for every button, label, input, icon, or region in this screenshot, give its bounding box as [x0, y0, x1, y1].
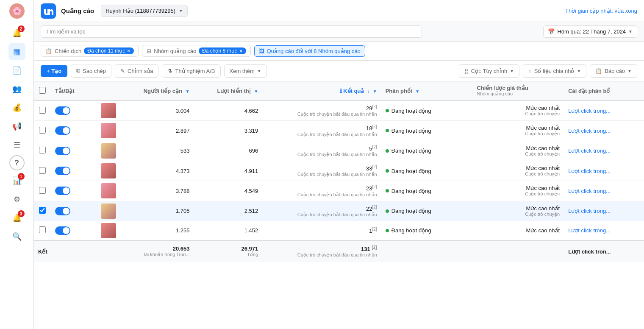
footer-alloc-cell: Lượt click tron... — [564, 240, 644, 262]
row-allocation: Lượt click trong... — [564, 161, 644, 181]
megaphone-icon: 📢 — [12, 122, 22, 131]
update-time: Thời gian cập nhật: vừa xong — [565, 8, 637, 14]
header-reach[interactable]: Người tiếp cận ▼ — [120, 81, 194, 100]
header-distribution[interactable]: Phân phối ▼ — [381, 81, 473, 100]
create-button[interactable]: + Tạo — [41, 65, 67, 77]
row-thumb-cell — [97, 141, 120, 161]
row-checkbox[interactable] — [39, 127, 46, 134]
row-impressions: 2.512 — [194, 201, 262, 221]
header-on-off: Tắt/Bật — [51, 81, 97, 100]
sidebar-item-report[interactable]: 📊 1 — [8, 172, 25, 189]
report-button[interactable]: 📋 Báo cáo ▼ — [590, 64, 637, 78]
row-checkbox[interactable] — [39, 167, 46, 174]
row-impressions: 1.452 — [194, 221, 262, 240]
settings-icon: ⚙ — [14, 195, 20, 204]
row-checkbox[interactable] — [39, 147, 46, 153]
header-checkbox-cell — [34, 81, 51, 100]
account-selector[interactable]: Huỳnh Hảo (118877739295) ▼ — [101, 5, 188, 17]
row-toggle[interactable] — [55, 167, 70, 175]
breakdown-button[interactable]: ≡ Số liệu chia nhỏ ▼ — [523, 64, 586, 78]
notifications-badge: 2 — [18, 25, 25, 32]
row-toggle[interactable] — [55, 187, 70, 195]
table-row: 4.373 4.911 33[2] Cuộc trò chuyện bắt đầ… — [34, 161, 644, 181]
select-all-checkbox[interactable] — [39, 87, 46, 94]
people-icon: 👥 — [12, 84, 22, 94]
sidebar-item-alerts[interactable]: 🔔 3 — [8, 209, 25, 226]
edit-button[interactable]: ✎ Chỉnh sửa — [115, 64, 158, 78]
row-checkbox-cell — [34, 141, 51, 161]
row-checkbox[interactable] — [39, 187, 46, 194]
row-toggle[interactable] — [55, 106, 70, 115]
row-results: 33[2] Cuộc trò chuyện bắt đầu qua tin nh… — [262, 161, 381, 181]
ab-test-button[interactable]: ⚗ Thử nghiệm A/B — [162, 64, 220, 78]
date-selector[interactable]: 📅 Hôm qua: 22 Tháng 7, 2024 ▼ — [543, 25, 637, 38]
table-row: 1.255 1.452 1[2] Đang hoạt động — [34, 221, 644, 240]
sidebar-item-money[interactable]: 💰 — [8, 99, 25, 116]
header-results[interactable]: ℹ Kết quả ↓ ▼ — [262, 81, 381, 100]
header-impressions[interactable]: Lượt hiển thị ▼ — [194, 81, 262, 100]
copy-button[interactable]: ⧉ Sao chép — [71, 64, 111, 78]
row-checkbox-cell — [34, 201, 51, 221]
row-reach: 4.373 — [120, 161, 194, 181]
row-results: 5[2] Cuộc trò chuyện bắt đầu qua tin nhắ… — [262, 141, 381, 161]
tab-chien-dich[interactable]: 📋 Chiến dịch Đã chọn 11 mục ✕ — [41, 45, 139, 57]
sidebar-item-pages[interactable]: 📄 — [8, 62, 25, 79]
columns-icon: ⣿ — [464, 68, 469, 74]
row-checkbox[interactable] — [39, 207, 46, 214]
tab-chien-dich-label: Chiến dịch — [55, 48, 81, 54]
sidebar-item-people[interactable]: 👥 — [8, 81, 25, 98]
row-toggle[interactable] — [55, 207, 70, 215]
row-bid-strategy: Mức cao nhất Cuộc trò chuyện — [472, 161, 564, 181]
row-bid-strategy: Mức cao nhất Cuộc trò chuyện — [472, 201, 564, 221]
tab-chien-dich-icon: 📋 — [45, 48, 52, 54]
more-button[interactable]: Xem thêm ▼ — [224, 64, 267, 78]
tab-chien-dich-close[interactable]: ✕ — [127, 48, 130, 54]
tab-nhom-quang-cao[interactable]: ⊞ Nhóm quảng cáo Đã chọn 8 mục ✕ — [142, 45, 250, 57]
sidebar-item-notifications[interactable]: 🔔 2 — [8, 25, 25, 42]
row-reach: 1.255 — [120, 221, 194, 240]
tab-nhom-close[interactable]: ✕ — [239, 48, 243, 54]
row-reach: 3.788 — [120, 181, 194, 201]
row-checkbox-cell — [34, 100, 51, 121]
row-thumb-cell — [97, 100, 120, 121]
row-distribution: Đang hoạt động — [381, 181, 473, 201]
table-row: 3.788 4.549 23[2] Cuộc trò chuyện bắt đầ… — [34, 181, 644, 201]
row-toggle[interactable] — [55, 147, 70, 155]
tab-quang-cao[interactable]: 🖼 Quảng cáo đối với 8 Nhóm quảng cáo — [254, 45, 365, 57]
row-toggle[interactable] — [55, 126, 70, 135]
row-toggle[interactable] — [55, 226, 70, 235]
footer-impressions-cell: 26.971 Tổng — [194, 240, 262, 262]
row-checkbox-cell — [34, 161, 51, 181]
row-distribution: Đang hoạt động — [381, 161, 473, 181]
tab-nhom-icon: ⊞ — [147, 48, 151, 54]
chevron-down-icon: ▼ — [628, 29, 633, 34]
tab-nhom-label: Nhóm quảng cáo — [154, 48, 196, 54]
search-input[interactable] — [41, 25, 422, 38]
row-thumb-cell — [97, 121, 120, 141]
distribution-sort-icon: ▼ — [415, 89, 419, 94]
columns-button[interactable]: ⣿ Cột: Tùy chỉnh ▼ — [459, 64, 519, 78]
sidebar-item-megaphone[interactable]: 📢 — [8, 118, 25, 135]
row-results: 1[2] — [262, 221, 381, 240]
sidebar-item-settings[interactable]: ⚙ — [8, 191, 25, 208]
row-checkbox[interactable] — [39, 107, 46, 114]
sidebar-item-list[interactable]: ☰ — [8, 137, 25, 153]
pages-icon: 📄 — [12, 66, 22, 75]
sidebar-item-grid[interactable]: ▦ — [8, 43, 25, 60]
row-distribution: Đang hoạt động — [381, 221, 473, 240]
sidebar-item-help[interactable]: ? — [9, 155, 25, 170]
row-checkbox[interactable] — [39, 226, 46, 233]
sidebar-item-search[interactable]: 🔍 — [8, 228, 25, 245]
row-toggle-cell — [51, 100, 97, 121]
date-label: Hôm qua: 22 Tháng 7, 2024 — [557, 28, 626, 35]
row-toggle-cell — [51, 161, 97, 181]
copy-icon: ⧉ — [76, 67, 80, 74]
row-thumb-cell — [97, 221, 120, 240]
row-impressions: 4.911 — [194, 161, 262, 181]
row-reach: 3.004 — [120, 100, 194, 121]
row-reach: 1.705 — [120, 201, 194, 221]
avatar: 🌸 — [9, 3, 25, 19]
row-results: 18[2] Cuộc trò chuyện bắt đầu qua tin nh… — [262, 121, 381, 141]
header-bid-strategy: Chiến lược giá thầu Nhóm quảng cáo — [472, 81, 564, 100]
flask-icon: ⚗ — [167, 68, 172, 74]
